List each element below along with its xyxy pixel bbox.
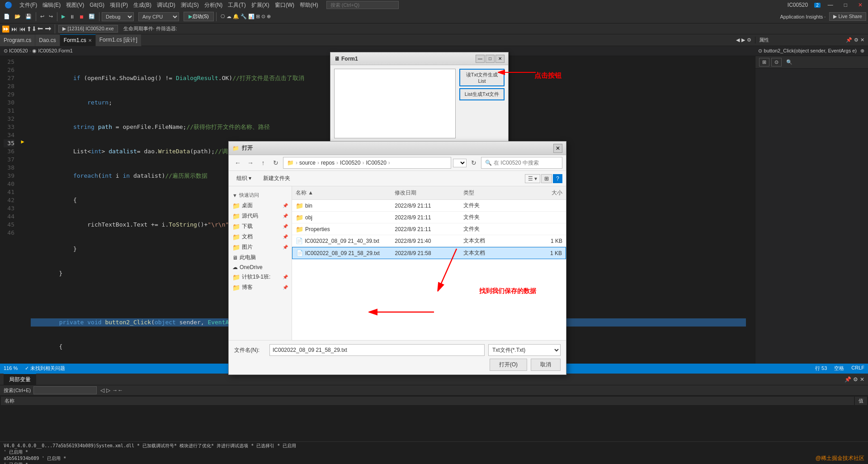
- minimize-btn[interactable]: —: [824, 2, 837, 8]
- process-selector[interactable]: ▶ [12316] IC00520.exe: [58, 25, 118, 33]
- nav-refresh2[interactable]: ↻: [468, 157, 479, 168]
- nav-arrows[interactable]: →←: [112, 387, 123, 393]
- nav-refresh[interactable]: ↻: [270, 157, 281, 168]
- menu-analyze[interactable]: 分析(N): [202, 1, 226, 9]
- dialog-breadcrumb[interactable]: 📁 › source › repos › IC00520 › IC00520 ›: [283, 157, 451, 169]
- form1-maximize[interactable]: □: [486, 55, 495, 63]
- settings-icon[interactable]: ⚙: [853, 376, 858, 383]
- locals-search-input[interactable]: [33, 386, 97, 394]
- breadcrumb-module[interactable]: IC00520: [9, 48, 28, 53]
- view-detail-btn[interactable]: ⊞: [541, 174, 552, 183]
- cancel-btn[interactable]: 取消: [531, 359, 561, 371]
- toolbar-pause[interactable]: ⏸: [68, 13, 76, 20]
- nav-up[interactable]: ↑: [258, 157, 269, 168]
- file-row-txt1[interactable]: 📄 IC002022_08_09 21_40_39.txt 2022/8/9 2…: [292, 235, 566, 247]
- toolbar-stop[interactable]: ⏹: [77, 13, 86, 20]
- sidebar-downloads[interactable]: 📁 下载 📌: [229, 221, 292, 232]
- props-close[interactable]: ✕: [860, 37, 864, 43]
- application-insights[interactable]: Application Insights ·: [780, 14, 826, 19]
- breadcrumb-repos[interactable]: repos: [321, 160, 335, 166]
- col-size[interactable]: 大小: [528, 188, 566, 198]
- dialog-close-btn[interactable]: ✕: [553, 144, 562, 153]
- tab-nav-right[interactable]: ▶: [741, 37, 745, 43]
- form1-btn-write[interactable]: List生成Txt文件: [459, 88, 505, 100]
- tab-form1-cs[interactable]: Form1.cs ✕: [60, 34, 96, 46]
- form1-minimize[interactable]: —: [476, 55, 485, 63]
- sidebar-desktop[interactable]: 📁 桌面 📌: [229, 200, 292, 211]
- tab-close-btn[interactable]: ✕: [88, 38, 92, 43]
- editor-controls[interactable]: ⊕: [860, 48, 864, 54]
- editor-scrollbar[interactable]: [750, 56, 755, 363]
- menu-project[interactable]: 项目(P): [107, 1, 131, 9]
- nav-back[interactable]: ←: [232, 157, 243, 168]
- tab-form1-design[interactable]: Form1.cs [设计]: [96, 34, 142, 46]
- run-btn[interactable]: ▶ 启动(S): [184, 12, 214, 21]
- props-view-btn1[interactable]: ⊞: [759, 58, 769, 66]
- col-name[interactable]: 名称 ▲: [292, 188, 391, 198]
- toolbar-redo[interactable]: ↪: [47, 13, 55, 20]
- menu-edit[interactable]: 编辑(E): [40, 1, 63, 9]
- breadcrumb-ic00520-2[interactable]: IC00520: [366, 160, 386, 166]
- view-list-btn[interactable]: ☰ ▾: [525, 174, 540, 183]
- tab-program-cs[interactable]: Program.cs: [0, 34, 35, 46]
- form1-richtextbox[interactable]: [334, 69, 456, 138]
- toolbar-start[interactable]: ▶: [60, 13, 67, 20]
- open-btn[interactable]: 打开(O): [490, 359, 527, 371]
- props-settings[interactable]: ⚙: [854, 37, 859, 43]
- props-pin[interactable]: 📌: [846, 37, 852, 43]
- global-search[interactable]: [326, 1, 399, 9]
- filetype-select[interactable]: Txt文件(*.Txt) 所有文件(*.*): [488, 344, 561, 356]
- menu-file[interactable]: 文件(F): [17, 1, 40, 9]
- menu-window[interactable]: 窗口(W): [272, 1, 297, 9]
- menu-extensions[interactable]: 扩展(X): [249, 1, 272, 9]
- file-row-bin[interactable]: 📁 bin 2022/8/9 21:11 文件夹: [292, 200, 566, 212]
- tab-dao-cs[interactable]: Dao.cs: [35, 34, 60, 46]
- breadcrumb-dropdown[interactable]: [453, 159, 467, 167]
- bottom-tab-locals[interactable]: 局部变量: [4, 374, 36, 385]
- live-share[interactable]: ▶ Live Share: [829, 12, 866, 21]
- new-folder-btn[interactable]: 新建文件夹: [259, 173, 294, 184]
- toolbar-undo[interactable]: ↩: [38, 13, 46, 20]
- close-btn[interactable]: ✕: [854, 2, 866, 8]
- form1-close[interactable]: ✕: [495, 55, 505, 63]
- quick-access-header[interactable]: ▼ 快速访问: [229, 190, 292, 200]
- props-view-btn3[interactable]: 🔍: [783, 58, 795, 66]
- menu-tools[interactable]: 工具(T): [225, 1, 248, 9]
- file-row-obj[interactable]: 📁 obj 2022/8/9 21:11 文件夹: [292, 212, 566, 223]
- toolbar-open[interactable]: 📂: [13, 13, 23, 20]
- menu-debug[interactable]: 调试(D): [154, 1, 178, 9]
- pin-icon[interactable]: 📌: [844, 376, 851, 383]
- tab-settings[interactable]: ⚙: [747, 37, 751, 43]
- menu-test[interactable]: 测试(S): [178, 1, 202, 9]
- nav-forward[interactable]: →: [245, 157, 256, 168]
- sidebar-thispc[interactable]: 🖥 此电脑: [229, 252, 292, 263]
- menu-view[interactable]: 视图(V): [63, 1, 87, 9]
- close-panel-btn[interactable]: ✕: [860, 376, 864, 383]
- view-help-btn[interactable]: ?: [553, 174, 562, 183]
- organize-btn[interactable]: 组织 ▾: [232, 173, 255, 184]
- form1-btn-read[interactable]: 读Txt文件生成List: [459, 69, 505, 86]
- col-type[interactable]: 类型: [460, 188, 528, 198]
- dialog-search-input[interactable]: [494, 160, 558, 166]
- toolbar-new[interactable]: 📄: [2, 13, 12, 20]
- toolbar-restart[interactable]: 🔄: [87, 13, 97, 20]
- sidebar-class[interactable]: 📁 计软19-1班: 📌: [229, 272, 292, 282]
- menu-git[interactable]: Git(G): [87, 2, 107, 8]
- sidebar-onedrive[interactable]: ☁ OneDrive: [229, 263, 292, 272]
- breadcrumb-ic00520-1[interactable]: IC00520: [340, 160, 360, 166]
- file-row-properties[interactable]: 📁 Properties 2022/8/9 21:11 文件夹: [292, 223, 566, 235]
- nav-prev[interactable]: ◁: [100, 387, 104, 393]
- sidebar-sourcecode[interactable]: 📁 源代码 📌: [229, 211, 292, 221]
- breadcrumb-source[interactable]: source: [299, 160, 316, 166]
- breadcrumb-class[interactable]: ◉ IC00520.Form1: [32, 48, 72, 53]
- sidebar-pictures[interactable]: 📁 图片 📌: [229, 242, 292, 252]
- sidebar-blog[interactable]: 📁 博客 📌: [229, 282, 292, 293]
- tab-nav-left[interactable]: ◀: [736, 37, 740, 43]
- file-list[interactable]: 名称 ▲ 修改日期 类型 大小 📁 bin 2022/8/9 21:11 文件夹…: [292, 186, 566, 340]
- file-row-txt2[interactable]: 📄 IC002022_08_09 21_58_29.txt 2022/8/9 2…: [292, 247, 566, 259]
- sidebar-documents[interactable]: 📁 文档 📌: [229, 232, 292, 242]
- cpu-dropdown[interactable]: Any CPU x64 x86: [138, 12, 179, 21]
- maximize-btn[interactable]: □: [840, 2, 851, 8]
- nav-next[interactable]: ▷: [106, 387, 110, 393]
- props-view-btn2[interactable]: ⊙: [771, 58, 782, 66]
